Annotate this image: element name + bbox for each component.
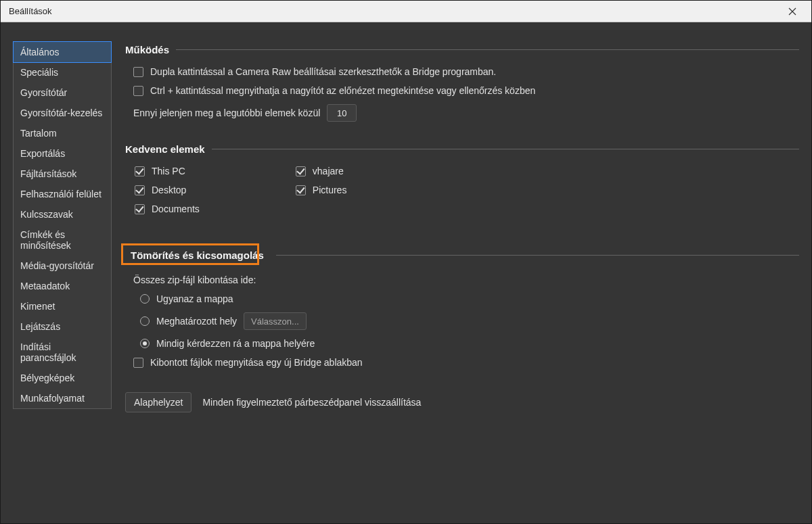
input-recent-count[interactable]: 10	[327, 104, 357, 122]
reset-button[interactable]: Alaphelyzet	[125, 392, 191, 412]
sidebar-item[interactable]: Bélyegképek	[14, 368, 111, 388]
sidebar-item[interactable]: Felhasználói felület	[14, 184, 111, 204]
section-favorites-header: Kedvenc elemek	[125, 143, 799, 155]
sidebar-item[interactable]: Média-gyorsítótár	[14, 256, 111, 276]
sidebar-item[interactable]: Indítási parancsfájlok	[14, 337, 111, 368]
section-compression-header: Tömörítés és kicsomagolás	[125, 247, 799, 264]
checkbox-open-new[interactable]	[133, 358, 143, 368]
label-specified: Meghatározott hely	[156, 316, 237, 327]
radio-same-folder[interactable]	[140, 294, 150, 304]
label-favorite: Pictures	[313, 185, 347, 195]
choose-location-button[interactable]: Válasszon...	[244, 312, 307, 330]
window-title: Beállítások	[9, 6, 52, 16]
section-behavior-header: Működés	[125, 44, 799, 55]
checkbox-favorite[interactable]	[296, 166, 306, 176]
radio-always-ask[interactable]	[140, 339, 150, 348]
label-ctrl-click: Ctrl + kattintással megnyithatja a nagyí…	[150, 85, 535, 96]
label-recent: Ennyi jelenjen meg a legutóbbi elemek kö…	[133, 108, 320, 118]
sidebar-item[interactable]: Fájltársítások	[14, 164, 111, 184]
checkbox-ctrl-click[interactable]	[133, 86, 143, 96]
sidebar-item[interactable]: Munkafolyamat	[14, 388, 111, 408]
label-favorite: vhajare	[313, 166, 344, 176]
checkbox-favorite[interactable]	[135, 204, 145, 214]
sidebar-item[interactable]: Címkék és minősítések	[14, 224, 111, 256]
sidebar: ÁltalánosSpeciálisGyorsítótárGyorsítótár…	[1, 22, 112, 523]
label-favorite: This PC	[152, 166, 185, 176]
divider	[276, 255, 799, 256]
label-extract-to: Összes zip-fájl kibontása ide:	[133, 275, 256, 285]
label-same-folder: Ugyanaz a mappa	[156, 293, 233, 304]
label-open-new: Kibontott fájlok megnyitása egy új Bridg…	[150, 357, 363, 368]
close-button[interactable]	[782, 1, 803, 22]
close-icon	[788, 7, 796, 16]
section-behavior-title: Működés	[125, 44, 169, 55]
checkbox-favorite[interactable]	[135, 166, 145, 176]
sidebar-item[interactable]: Kulcsszavak	[14, 204, 111, 224]
divider	[176, 49, 799, 50]
checkbox-favorite[interactable]	[135, 185, 145, 195]
reset-desc: Minden figyelmeztető párbeszédpanel viss…	[202, 397, 421, 408]
sidebar-item[interactable]: Gyorsítótár	[14, 82, 111, 103]
highlight-box	[121, 243, 259, 265]
label-camera-raw: Dupla kattintással a Camera Raw beállítá…	[150, 66, 496, 77]
sidebar-item[interactable]: Exportálás	[14, 143, 111, 164]
sidebar-item[interactable]: Speciális	[14, 62, 111, 82]
label-favorite: Desktop	[152, 185, 186, 195]
label-always-ask: Mindig kérdezzen rá a mappa helyére	[156, 338, 315, 349]
sidebar-item[interactable]: Kimenet	[14, 296, 111, 316]
main-panel: Működés Dupla kattintással a Camera Raw …	[112, 22, 811, 523]
titlebar: Beállítások	[1, 1, 811, 22]
checkbox-favorite[interactable]	[296, 185, 306, 195]
radio-specified[interactable]	[140, 316, 150, 326]
section-favorites-title: Kedvenc elemek	[125, 143, 205, 155]
label-favorite: Documents	[152, 204, 200, 214]
sidebar-item[interactable]: Lejátszás	[14, 316, 111, 337]
divider	[212, 149, 799, 149]
sidebar-item[interactable]: Gyorsítótár-kezelés	[14, 103, 111, 123]
sidebar-item[interactable]: Metaadatok	[14, 276, 111, 296]
sidebar-item[interactable]: Tartalom	[14, 123, 111, 143]
sidebar-item[interactable]: Általános	[13, 41, 112, 63]
checkbox-camera-raw[interactable]	[133, 67, 143, 77]
